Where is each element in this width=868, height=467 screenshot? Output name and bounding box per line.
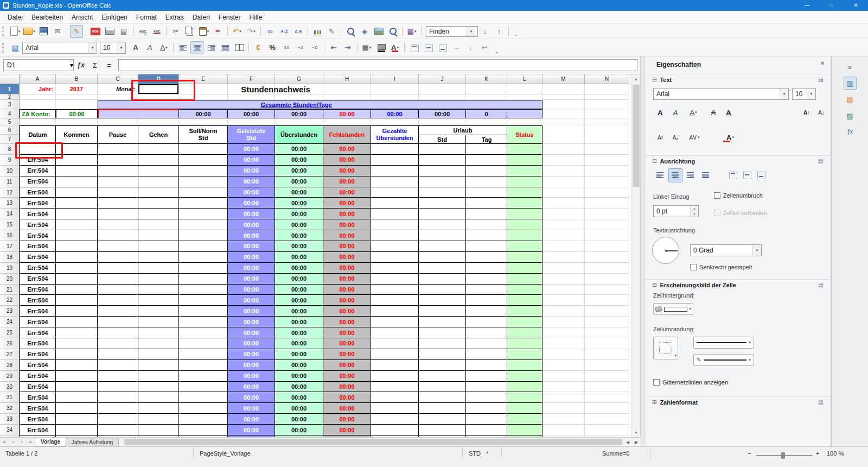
cell-m2[interactable]: [542, 94, 585, 100]
menu-item-datei[interactable]: Datei: [3, 12, 27, 23]
cell-h14[interactable]: 00:00: [323, 209, 371, 219]
font-name-combo[interactable]: Arial ▾: [22, 42, 97, 54]
cell-a17[interactable]: Err:504: [20, 241, 56, 252]
insert-chart-icon[interactable]: [311, 25, 324, 38]
align-center-icon[interactable]: [190, 41, 203, 54]
cell-l14[interactable]: [507, 209, 542, 219]
cell-h17[interactable]: 00:00: [323, 241, 371, 252]
cell-c8[interactable]: [98, 144, 138, 155]
cell-i34[interactable]: [371, 425, 419, 436]
row-header-28[interactable]: 28: [0, 360, 20, 371]
column-header-j[interactable]: J: [419, 74, 466, 84]
cell-a10[interactable]: Err:504: [20, 166, 56, 176]
cell-n9[interactable]: [585, 155, 629, 166]
cell-i15[interactable]: [371, 219, 419, 230]
cell-k30[interactable]: [466, 382, 507, 393]
menu-item-einf-gen[interactable]: Einfügen: [97, 12, 131, 23]
menu-item-daten[interactable]: Daten: [188, 12, 214, 23]
header-gezahlte-ueberstunden[interactable]: Gezahlte Überstunden: [371, 125, 419, 144]
cell-j33[interactable]: [419, 414, 466, 425]
cell-m14[interactable]: [542, 209, 585, 219]
cell-e12[interactable]: [179, 187, 228, 198]
cell-d32[interactable]: [138, 403, 179, 414]
cell-n3[interactable]: [585, 100, 629, 109]
cell-h16[interactable]: 00:00: [323, 230, 371, 241]
cell-a12[interactable]: Err:504: [20, 187, 56, 198]
cell-c18[interactable]: [98, 252, 138, 263]
cell-e33[interactable]: [179, 414, 228, 425]
first-sheet-icon[interactable]: «: [0, 438, 9, 446]
cell-h30[interactable]: 00:00: [323, 382, 371, 393]
next-sheet-icon[interactable]: ›: [17, 438, 26, 446]
cell-f25[interactable]: 00:00: [228, 327, 275, 338]
row-header-13[interactable]: 13: [0, 198, 20, 209]
cell-m9[interactable]: [542, 155, 585, 166]
statusbar-pagestyle[interactable]: PageStyle_Vorlage: [200, 450, 251, 457]
zeilenumbruch-checkbox[interactable]: Zeilenumbruch: [714, 192, 763, 199]
expand-icon[interactable]: ⊞: [652, 399, 656, 405]
cell-g15[interactable]: 00:00: [275, 219, 323, 230]
cell-a18[interactable]: Err:504: [20, 252, 56, 263]
cell-d10[interactable]: [138, 166, 179, 176]
senkrecht-gestapelt-checkbox[interactable]: Senkrecht gestapelt: [690, 264, 752, 270]
cell-l2[interactable]: [507, 94, 542, 100]
cell-n2[interactable]: [585, 94, 629, 100]
cell-n20[interactable]: [585, 274, 629, 285]
menu-item-format[interactable]: Format: [132, 12, 161, 23]
cell-l23[interactable]: [507, 306, 542, 317]
cell-e23[interactable]: [179, 306, 228, 317]
border-preset-button[interactable]: ▾: [653, 337, 678, 359]
cell-c15[interactable]: [98, 219, 138, 230]
cell-j17[interactable]: [419, 241, 466, 252]
menu-item-extras[interactable]: Extras: [161, 12, 188, 23]
sort-ascending-icon[interactable]: A↓Z: [278, 25, 291, 38]
cell-j31[interactable]: [419, 392, 466, 403]
cell-m22[interactable]: [542, 295, 585, 306]
format-paintbrush-icon[interactable]: ✒: [212, 25, 225, 38]
cell-c12[interactable]: [98, 187, 138, 198]
cell-e28[interactable]: [179, 360, 228, 371]
find-next-icon[interactable]: ↓: [478, 25, 492, 38]
cell-n32[interactable]: [585, 403, 629, 414]
cell-h10[interactable]: 00:00: [323, 166, 371, 176]
cell-i10[interactable]: [371, 166, 419, 176]
table-grid-icon[interactable]: ▦: [9, 41, 22, 54]
cell-g32[interactable]: 00:00: [275, 403, 323, 414]
cell-j2[interactable]: [419, 94, 466, 100]
row-header-34[interactable]: 34: [0, 425, 20, 436]
cell-d4[interactable]: [138, 109, 179, 118]
cell-k21[interactable]: [466, 285, 507, 295]
cell-a14[interactable]: Err:504: [20, 209, 56, 219]
functions-tab-icon[interactable]: ƒx: [844, 125, 857, 138]
cell-m32[interactable]: [542, 403, 585, 414]
format-toolbar-overflow-icon[interactable]: ⌄: [495, 49, 499, 56]
cell-k5[interactable]: [466, 118, 507, 125]
row-header-9[interactable]: 9: [0, 155, 20, 166]
cell-f14[interactable]: 00:00: [228, 209, 275, 219]
cell-l30[interactable]: [507, 382, 542, 393]
cell-l19[interactable]: [507, 263, 542, 274]
cell-k8[interactable]: [466, 144, 507, 155]
sheet-tab-jahres-auflistung[interactable]: Jahres Auflistung: [66, 438, 119, 446]
cell-h5[interactable]: [323, 118, 371, 125]
cell-e15[interactable]: [179, 219, 228, 230]
header-urlaub[interactable]: Urlaub: [419, 126, 507, 135]
column-header-m[interactable]: M: [542, 74, 585, 84]
row-header-12[interactable]: 12: [0, 187, 20, 198]
cell-k14[interactable]: [466, 209, 507, 219]
sidebar-align-center-button[interactable]: [668, 168, 682, 182]
cell-f17[interactable]: 00:00: [228, 241, 275, 252]
cell-g8[interactable]: 00:00: [275, 144, 323, 155]
cut-icon[interactable]: ✂: [169, 25, 182, 38]
collapse-icon[interactable]: ⊟: [652, 282, 656, 288]
wrap-text-icon[interactable]: ↩: [478, 41, 491, 54]
cell-k31[interactable]: [466, 392, 507, 403]
cell-e30[interactable]: [179, 382, 228, 393]
cell-b13[interactable]: [56, 198, 98, 209]
cell-g18[interactable]: 00:00: [275, 252, 323, 263]
cell-n27[interactable]: [585, 349, 629, 360]
cell-f21[interactable]: 00:00: [228, 285, 275, 295]
cell-d8[interactable]: [138, 144, 179, 155]
cell-n4[interactable]: [585, 109, 629, 118]
cell-b15[interactable]: [56, 219, 98, 230]
